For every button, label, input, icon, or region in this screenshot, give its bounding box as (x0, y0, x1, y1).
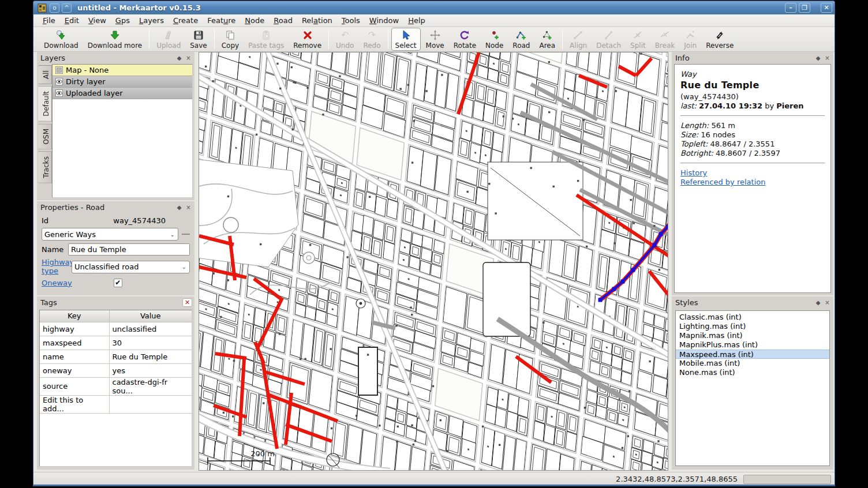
highway-type-select[interactable]: Unclassified road ⌄ (72, 261, 190, 273)
remove-button[interactable]: Remove (289, 28, 326, 51)
copy-button[interactable]: Copy (218, 28, 243, 51)
tag-cell[interactable]: 30 (109, 336, 192, 350)
download-more-button[interactable]: Download more (84, 28, 147, 51)
tags-close-button[interactable]: ✕ (182, 298, 192, 307)
menu-help[interactable]: Help (403, 15, 430, 26)
styles-float-button[interactable]: ◆ (814, 299, 822, 306)
menu-file[interactable]: File (38, 15, 60, 26)
oneway-link[interactable]: Oneway (42, 279, 72, 287)
visibility-eye-icon[interactable] (55, 89, 63, 97)
paste-tags-button: Paste tags (244, 28, 288, 51)
tag-cell[interactable] (109, 395, 192, 413)
way-node[interactable] (631, 268, 635, 272)
style-item[interactable]: None.mas (int) (676, 368, 829, 377)
move-button[interactable]: Move (422, 28, 448, 51)
way-node[interactable] (598, 298, 603, 302)
layers-tab-osm[interactable]: OSM (38, 123, 52, 149)
style-item[interactable]: Classic.mas (int) (676, 313, 829, 322)
layer-row[interactable]: Dirty layer (53, 76, 192, 88)
tag-row[interactable]: Edit this to add... (40, 395, 192, 413)
way-node[interactable] (659, 232, 663, 237)
info-float-button[interactable]: ◆ (814, 54, 822, 62)
style-item[interactable]: Maxspeed.mas (int) (676, 350, 829, 359)
layers-close-button[interactable]: × (185, 54, 192, 62)
referenced-by-relation-link[interactable]: Referenced by relation (680, 178, 825, 186)
tags-column-header[interactable]: Value (109, 310, 192, 322)
tag-cell[interactable]: cadastre-dgi-fr sou... (109, 377, 192, 395)
style-item[interactable]: Mobile.mas (int) (676, 359, 829, 368)
toolbar-separator (562, 29, 563, 49)
visibility-eye-icon[interactable] (55, 78, 63, 85)
layers-float-button[interactable]: ◆ (175, 54, 183, 62)
layer-row[interactable]: Map - None (53, 65, 192, 76)
info-close-button[interactable]: × (824, 54, 831, 62)
layers-tab-default[interactable]: Default (38, 86, 52, 122)
reverse-button[interactable]: Reverse (702, 28, 738, 51)
tag-cell[interactable]: name (40, 350, 109, 363)
node-button[interactable]: Node (481, 28, 507, 51)
road-button[interactable]: Road (508, 28, 534, 51)
properties-float-button[interactable]: ◆ (175, 204, 183, 211)
layers-tab-tracks[interactable]: Tracks (38, 151, 52, 183)
tags-column-header[interactable]: Key (40, 310, 109, 322)
minimize-button[interactable]: – (785, 3, 796, 13)
layer-row[interactable]: Uploaded layer (53, 88, 192, 99)
tag-cell[interactable]: maxspeed (40, 336, 109, 350)
layers-tab-all[interactable]: All (38, 65, 52, 84)
style-item[interactable]: MapnikPlus.mas (int) (676, 340, 829, 350)
tag-cell[interactable]: yes (109, 363, 192, 377)
menu-window[interactable]: Window (365, 15, 403, 26)
style-item[interactable]: Lighting.mas (int) (676, 322, 829, 331)
properties-close-button[interactable]: × (185, 204, 192, 211)
menu-edit[interactable]: Edit (60, 15, 84, 26)
layer-checkbox[interactable] (55, 66, 63, 74)
select-button[interactable]: Select (391, 28, 421, 51)
tag-cell[interactable]: unclassified (109, 322, 192, 336)
feature-id: (way_4574430) (680, 92, 825, 101)
menu-node[interactable]: Node (240, 15, 269, 26)
menu-relation[interactable]: Relation (297, 15, 337, 26)
toolbar-button-label: Break (655, 42, 675, 50)
app-window: o ^ untitled - Merkaartor v0.15.3 – ❐ ✕ … (33, 1, 835, 486)
tag-cell[interactable]: Rue du Temple (109, 350, 192, 363)
tag-cell[interactable]: Edit this to add... (40, 395, 109, 413)
way-node[interactable] (653, 243, 657, 247)
tag-row[interactable]: maxspeed30 (40, 336, 192, 350)
highway-type-link[interactable]: Highway type (42, 258, 72, 276)
way-node[interactable] (612, 287, 616, 291)
way-node[interactable] (621, 280, 625, 284)
title-bar[interactable]: o ^ untitled - Merkaartor v0.15.3 – ❐ ✕ (33, 1, 835, 14)
window-shade-button[interactable]: o (50, 3, 59, 13)
tag-cell[interactable]: oneway (40, 363, 109, 377)
restore-button[interactable]: ❐ (799, 3, 810, 13)
map-canvas[interactable]: 200 m (199, 52, 668, 471)
tag-row[interactable]: onewayyes (40, 363, 192, 377)
name-input[interactable]: Rue du Temple (68, 243, 190, 256)
menu-create[interactable]: Create (169, 15, 203, 26)
rotate-button[interactable]: Rotate (450, 28, 480, 51)
menu-view[interactable]: View (84, 15, 111, 26)
tag-row[interactable]: highwayunclassified (40, 322, 192, 336)
way-type-select[interactable]: Generic Ways ⌄ (42, 228, 178, 241)
way-node[interactable] (666, 225, 668, 229)
save-button[interactable]: Save (186, 28, 211, 51)
tag-cell[interactable]: source (40, 377, 109, 395)
chevron-down-icon: ⌄ (182, 264, 186, 270)
close-button[interactable]: ✕ (821, 3, 832, 13)
tag-cell[interactable]: highway (40, 322, 109, 336)
oneway-checkbox[interactable]: ✔ (114, 279, 122, 287)
menu-feature[interactable]: Feature (203, 15, 240, 26)
window-keep-above-button[interactable]: ^ (62, 3, 72, 13)
menu-gps[interactable]: Gps (111, 15, 134, 26)
menu-layers[interactable]: Layers (134, 15, 169, 26)
menu-road[interactable]: Road (269, 15, 297, 26)
length-value: 561 m (711, 121, 735, 130)
area-button[interactable]: Area (535, 28, 559, 51)
menu-tools[interactable]: Tools (337, 15, 365, 26)
download-button[interactable]: Download (40, 28, 83, 51)
styles-close-button[interactable]: × (824, 299, 831, 306)
tag-row[interactable]: nameRue du Temple (40, 350, 192, 363)
history-link[interactable]: History (680, 168, 825, 177)
tag-row[interactable]: sourcecadastre-dgi-fr sou... (40, 377, 192, 395)
style-item[interactable]: Mapnik.mas (int) (676, 331, 829, 340)
